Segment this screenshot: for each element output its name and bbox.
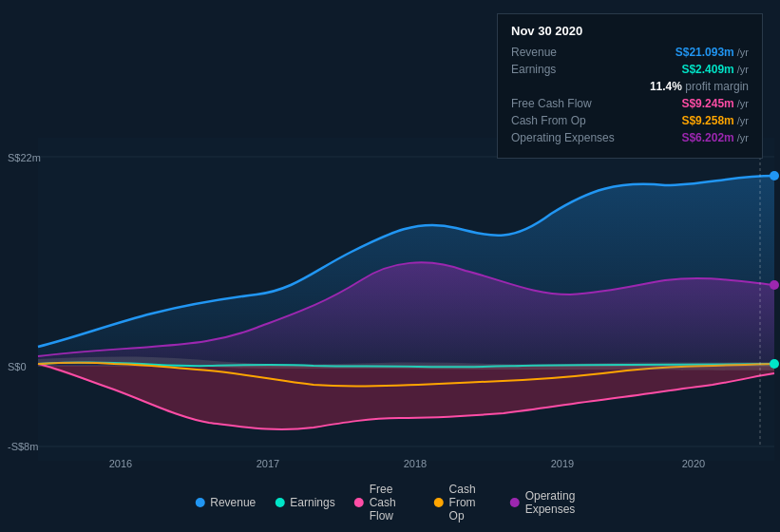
legend-dot-earnings — [275, 498, 284, 507]
tooltip-value-cashfromop: S$9.258m/yr — [681, 114, 749, 127]
chart-legend: Revenue Earnings Free Cash Flow Cash Fro… — [195, 483, 585, 522]
svg-point-6 — [770, 171, 779, 180]
tooltip-row-earnings: Earnings S$2.409m/yr — [511, 63, 749, 76]
tooltip-value-opex: S$6.202m/yr — [681, 131, 749, 144]
svg-text:2017: 2017 — [257, 458, 279, 469]
svg-point-8 — [770, 359, 779, 369]
tooltip-row-margin: 11.4% profit margin — [511, 80, 749, 93]
legend-dot-revenue — [195, 498, 204, 507]
tooltip-profit-margin: 11.4% profit margin — [650, 80, 749, 93]
tooltip-date: Nov 30 2020 — [511, 24, 749, 38]
tooltip-label-earnings: Earnings — [511, 63, 625, 76]
tooltip-label-fcf: Free Cash Flow — [511, 97, 625, 110]
legend-dot-opex — [510, 498, 520, 507]
svg-text:2020: 2020 — [682, 458, 705, 469]
tooltip-row-revenue: Revenue S$21.093m/yr — [511, 46, 749, 59]
legend-label-revenue: Revenue — [210, 496, 256, 509]
tooltip-value-revenue: S$21.093m/yr — [675, 46, 749, 59]
svg-text:S$0: S$0 — [8, 361, 27, 372]
legend-dot-cashfromop — [434, 498, 444, 507]
legend-item-opex[interactable]: Operating Expenses — [510, 489, 585, 516]
legend-item-earnings[interactable]: Earnings — [275, 496, 334, 509]
legend-item-cashfromop[interactable]: Cash From Op — [434, 483, 491, 522]
tooltip-value-earnings: S$2.409m/yr — [681, 63, 749, 76]
tooltip-panel: Nov 30 2020 Revenue S$21.093m/yr Earning… — [497, 13, 763, 159]
svg-point-7 — [770, 280, 779, 290]
chart-container: S$22m S$0 -S$8m 2016 2017 2018 2019 2020… — [0, 0, 780, 532]
legend-label-opex: Operating Expenses — [525, 489, 585, 516]
legend-item-revenue[interactable]: Revenue — [195, 496, 256, 509]
legend-label-cashfromop: Cash From Op — [449, 483, 491, 522]
tooltip-row-fcf: Free Cash Flow S$9.245m/yr — [511, 97, 749, 110]
legend-item-fcf[interactable]: Free Cash Flow — [354, 483, 415, 522]
tooltip-row-cashfromop: Cash From Op S$9.258m/yr — [511, 114, 749, 127]
tooltip-value-fcf: S$9.245m/yr — [681, 97, 749, 110]
svg-text:2016: 2016 — [109, 458, 132, 469]
svg-text:2019: 2019 — [551, 458, 574, 469]
legend-dot-fcf — [354, 498, 364, 507]
legend-label-earnings: Earnings — [290, 496, 334, 509]
svg-text:S$22m: S$22m — [8, 152, 41, 163]
legend-label-fcf: Free Cash Flow — [370, 483, 415, 522]
tooltip-label-opex: Operating Expenses — [511, 131, 625, 144]
tooltip-row-opex: Operating Expenses S$6.202m/yr — [511, 131, 749, 144]
svg-text:2018: 2018 — [404, 458, 427, 469]
tooltip-label-revenue: Revenue — [511, 46, 625, 59]
tooltip-label-cashfromop: Cash From Op — [511, 114, 625, 127]
svg-text:-S$8m: -S$8m — [8, 441, 38, 452]
